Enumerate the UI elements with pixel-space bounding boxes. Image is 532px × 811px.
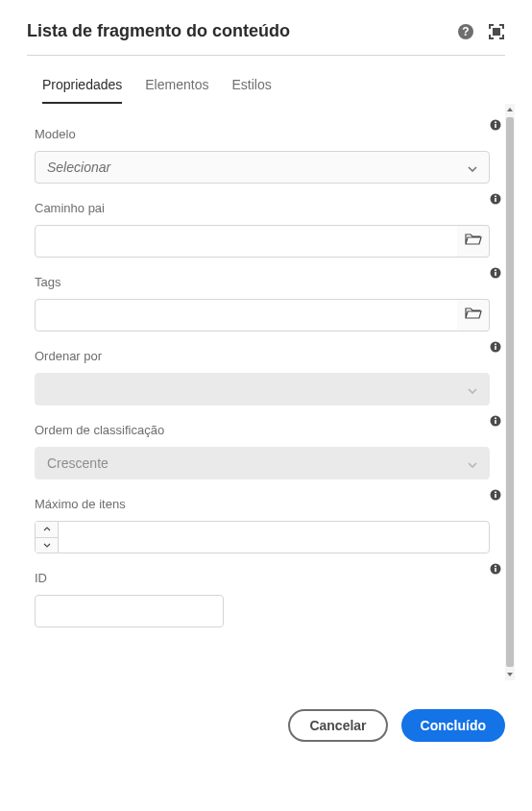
tags-picker-button[interactable] [457, 299, 490, 332]
model-select[interactable]: Selecionar [35, 151, 490, 184]
chevron-down-icon [468, 455, 477, 472]
svg-rect-10 [495, 272, 496, 276]
tab-styles[interactable]: Estilos [231, 77, 271, 104]
max-items-label: Máximo de itens [35, 497, 490, 511]
order-by-label: Ordenar por [35, 349, 490, 363]
svg-rect-13 [495, 346, 496, 350]
tab-elements[interactable]: Elementos [145, 77, 208, 104]
info-icon[interactable] [490, 339, 501, 351]
done-button[interactable]: Concluído [401, 709, 505, 742]
tab-properties[interactable]: Propriedades [42, 77, 122, 104]
svg-rect-4 [495, 124, 496, 128]
info-icon[interactable] [490, 191, 501, 203]
svg-point-17 [495, 417, 496, 419]
svg-rect-22 [495, 568, 496, 572]
info-icon[interactable] [490, 117, 501, 129]
model-label: Modelo [35, 127, 490, 141]
info-icon[interactable] [490, 413, 501, 425]
id-input[interactable] [35, 595, 224, 627]
svg-point-23 [495, 565, 496, 567]
max-items-input[interactable] [58, 521, 490, 553]
svg-point-14 [495, 343, 496, 345]
parent-path-label: Caminho pai [35, 201, 490, 215]
tags-label: Tags [35, 275, 490, 289]
order-by-select[interactable] [35, 373, 490, 406]
page-title: Lista de fragmento do conteúdo [27, 21, 290, 41]
svg-point-8 [495, 195, 496, 197]
step-up-button[interactable] [36, 522, 58, 538]
svg-rect-19 [495, 494, 496, 498]
step-down-button[interactable] [36, 538, 58, 553]
fullscreen-icon[interactable] [488, 23, 505, 40]
sort-order-value: Crescente [47, 455, 109, 471]
folder-open-icon [465, 233, 482, 250]
svg-text:?: ? [462, 25, 469, 38]
id-label: ID [35, 571, 490, 585]
cancel-button[interactable]: Cancelar [288, 709, 387, 742]
svg-rect-2 [493, 28, 500, 36]
scroll-up-arrow[interactable] [506, 104, 514, 115]
chevron-down-icon [468, 159, 477, 176]
folder-open-icon [465, 307, 482, 324]
svg-point-5 [495, 121, 496, 123]
tags-input[interactable] [35, 299, 461, 332]
sort-order-select[interactable]: Crescente [35, 447, 490, 479]
chevron-down-icon [468, 381, 477, 398]
svg-rect-16 [495, 420, 496, 424]
scrollbar[interactable] [505, 104, 515, 680]
svg-point-11 [495, 269, 496, 271]
help-icon[interactable]: ? [457, 23, 474, 40]
model-placeholder: Selecionar [47, 160, 110, 175]
parent-path-input[interactable] [35, 225, 461, 258]
svg-point-20 [495, 491, 496, 493]
scroll-down-arrow[interactable] [506, 669, 514, 680]
scrollbar-thumb[interactable] [506, 117, 514, 667]
info-icon[interactable] [490, 487, 501, 499]
svg-rect-7 [495, 198, 496, 202]
info-icon[interactable] [490, 265, 501, 277]
sort-order-label: Ordem de classificação [35, 423, 490, 437]
parent-path-picker-button[interactable] [457, 225, 490, 258]
info-icon[interactable] [490, 561, 501, 573]
